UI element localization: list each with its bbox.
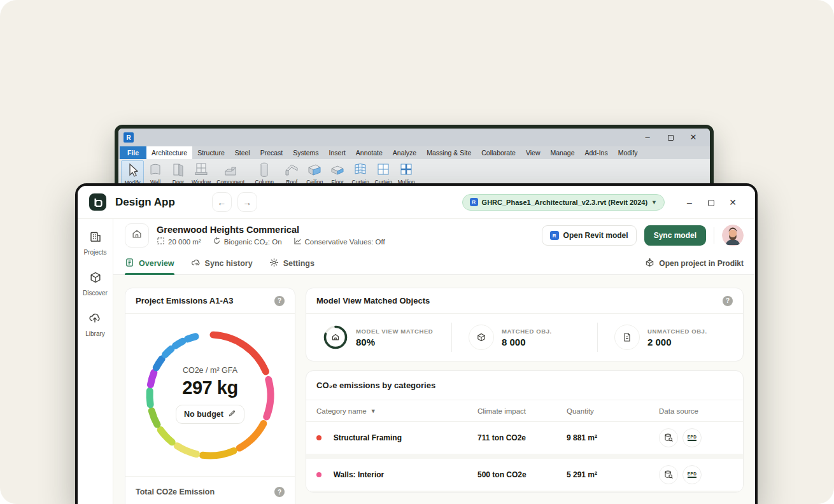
sync-model-button[interactable]: Sync model — [644, 225, 706, 246]
wall-icon — [148, 161, 162, 179]
revit-tab-systems[interactable]: Systems — [288, 146, 323, 159]
cube-icon — [89, 271, 102, 286]
app-title: Design App — [115, 196, 175, 209]
revit-tab-collaborate[interactable]: Collaborate — [476, 146, 521, 159]
revit-tool-window[interactable]: Window — [190, 160, 213, 185]
revit-close-icon[interactable]: ✕ — [682, 129, 705, 146]
revit-tool-door[interactable]: Door — [167, 160, 190, 185]
project-meta: 20 000 m² Biogenic CO₂: On Conservative … — [157, 237, 385, 246]
project-area: 20 000 m² — [157, 237, 201, 246]
revit-tab-modify[interactable]: Modify — [613, 146, 643, 159]
app-header: Design App ← → R GHRC_Phase1_Architectur… — [78, 186, 755, 219]
app-window-controls: – ✕ — [679, 193, 744, 212]
help-icon[interactable]: ? — [723, 296, 733, 306]
table-row[interactable]: Walls: Interior 500 ton CO2e 5 291 m² EP… — [306, 459, 743, 491]
revit-titlebar[interactable]: R – ✕ — [118, 129, 710, 146]
emissions-donut: CO2e / m² GFA 297 kg No budget — [125, 314, 295, 477]
revit-tab-annotate[interactable]: Annotate — [351, 146, 388, 159]
categories-card-title: CO₂e emissions by categories — [316, 381, 435, 390]
tab-overview[interactable]: Overview — [125, 252, 174, 274]
project-thumbnail[interactable] — [125, 223, 149, 248]
stat-value: 80% — [356, 337, 433, 347]
revit-tool-curtain-system[interactable]: Curtain — [349, 160, 372, 185]
cloud-sync-icon — [191, 258, 201, 269]
revit-minimize-icon[interactable]: – — [636, 129, 659, 146]
app-logo-icon — [89, 193, 106, 211]
user-avatar[interactable] — [722, 225, 744, 246]
revit-tool-column[interactable]: Column — [248, 160, 280, 185]
project-conservative: Conservative Values: Off — [293, 237, 385, 246]
app-close-icon[interactable]: ✕ — [722, 193, 744, 212]
revit-tool-ceiling[interactable]: Ceiling — [303, 160, 326, 185]
door-icon — [172, 161, 185, 179]
linked-file-chip[interactable]: R GHRC_Phase1_Architectural_v2.3.rvt (Re… — [462, 194, 665, 211]
table-row[interactable]: Structural Framing 711 ton CO2e 9 881 m²… — [306, 422, 743, 454]
revit-tool-wall[interactable]: Wall — [144, 160, 167, 185]
sidebar-item-library[interactable]: Library — [85, 312, 105, 337]
revit-tool-curtain-grid[interactable]: Curtain — [372, 160, 395, 185]
sidebar-item-projects[interactable]: Projects — [83, 230, 106, 256]
total-emission-value: 3 700 ton — [136, 501, 285, 504]
forward-arrow-button[interactable]: → — [237, 192, 257, 212]
column-data-source: Data source — [659, 407, 743, 415]
curtain-system-icon — [353, 161, 367, 179]
revit-tab-insert[interactable]: Insert — [324, 146, 351, 159]
emissions-card-title: Project Emissions A1-A3 — [136, 296, 233, 305]
total-emission-section: Total CO2e Emission ? 3 700 ton — [125, 477, 295, 504]
database-search-icon[interactable] — [659, 428, 678, 447]
project-biogenic: Biogenic CO₂: On — [213, 237, 282, 246]
revit-tool-modify[interactable]: Modify — [121, 160, 144, 186]
epd-badge-icon[interactable]: EPD — [682, 428, 702, 447]
help-icon[interactable]: ? — [274, 296, 285, 306]
matched-stats: MODEL VIEW MATCHED 80% MATCHE — [306, 314, 743, 361]
column-category-name[interactable]: Category name ▼ — [306, 407, 477, 415]
help-icon[interactable]: ? — [274, 487, 285, 497]
tab-settings[interactable]: Settings — [269, 252, 315, 274]
sidebar-item-discover[interactable]: Discover — [83, 271, 108, 297]
open-revit-model-button[interactable]: R Open Revit model — [542, 225, 637, 246]
revit-tab-massing-site[interactable]: Massing & Site — [421, 146, 476, 159]
app-minimize-icon[interactable]: – — [679, 193, 700, 212]
tab-sync-history[interactable]: Sync history — [191, 252, 253, 274]
table-body: Structural Framing 711 ton CO2e 9 881 m²… — [306, 422, 743, 492]
document-icon — [125, 258, 134, 269]
cube-icon — [469, 325, 494, 350]
epd-badge-icon[interactable]: EPD — [682, 465, 702, 484]
revit-tab-steel[interactable]: Steel — [230, 146, 255, 159]
revit-tool-floor[interactable]: Floor — [326, 160, 349, 185]
total-emission-label: Total CO2e Emission — [136, 487, 215, 496]
revit-tab-file[interactable]: File — [120, 146, 146, 159]
revit-tool-roof[interactable]: Roof — [280, 160, 303, 185]
stat-matched-objects: MATCHED OBJ. 8 000 — [451, 323, 597, 352]
project-name: Greenwood Heights Commerical — [157, 225, 385, 235]
revit-ribbon-tabs: File Architecture Structure Steel Precas… — [118, 146, 710, 159]
revit-maximize-icon[interactable] — [659, 129, 682, 146]
revit-tab-view[interactable]: View — [521, 146, 546, 159]
table-header: Category name ▼ Climate impact Quantity … — [306, 400, 743, 422]
revit-tab-precast[interactable]: Precast — [255, 146, 288, 159]
divider — [714, 227, 714, 244]
stat-model-view-matched: MODEL VIEW MATCHED 80% — [306, 323, 451, 352]
curtain-grid-icon — [376, 161, 390, 179]
no-budget-button[interactable]: No budget — [176, 405, 244, 424]
revit-window-controls: – ✕ — [636, 129, 705, 146]
floor-icon — [330, 161, 345, 179]
revit-tool-mullion[interactable]: Mullion — [395, 160, 418, 185]
project-header: Greenwood Heights Commerical 20 000 m² B… — [113, 219, 755, 252]
revit-tab-analyze[interactable]: Analyze — [388, 146, 421, 159]
revit-tool-component[interactable]: Component — [213, 160, 248, 185]
revit-tab-architecture[interactable]: Architecture — [146, 146, 192, 159]
revit-tab-structure[interactable]: Structure — [192, 146, 230, 159]
revit-logo-icon: R — [124, 132, 134, 143]
revit-tab-manage[interactable]: Manage — [546, 146, 580, 159]
database-search-icon[interactable] — [659, 465, 678, 484]
project-emissions-card: Project Emissions A1-A3 ? CO2e / m² GFA … — [125, 288, 295, 504]
stat-label: MODEL VIEW MATCHED — [356, 328, 433, 335]
app-maximize-icon[interactable] — [700, 193, 722, 212]
pencil-icon — [228, 409, 236, 419]
project-actions: R Open Revit model Sync model — [542, 225, 744, 246]
matched-card-title: Model View Matched Objects — [316, 296, 430, 305]
open-in-prodikt-link[interactable]: Open project in Prodikt — [645, 258, 744, 269]
revit-tab-addins[interactable]: Add-Ins — [579, 146, 612, 159]
back-arrow-button[interactable]: ← — [212, 192, 232, 212]
